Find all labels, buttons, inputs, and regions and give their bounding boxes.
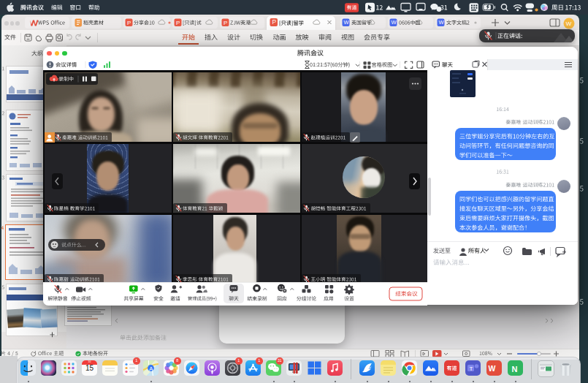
- svg-text:W: W: [489, 364, 496, 373]
- svg-text:P: P: [272, 18, 276, 26]
- svg-text:N: N: [512, 365, 518, 373]
- svg-text:A: A: [149, 365, 153, 372]
- svg-text:W: W: [566, 20, 572, 27]
- svg-text:T: T: [470, 365, 473, 372]
- svg-text:P: P: [224, 20, 227, 26]
- svg-text:W: W: [439, 19, 445, 26]
- svg-text:W: W: [392, 19, 397, 26]
- svg-text:P: P: [176, 20, 180, 26]
- svg-text:P: P: [127, 20, 131, 26]
- svg-text:W: W: [344, 19, 350, 26]
